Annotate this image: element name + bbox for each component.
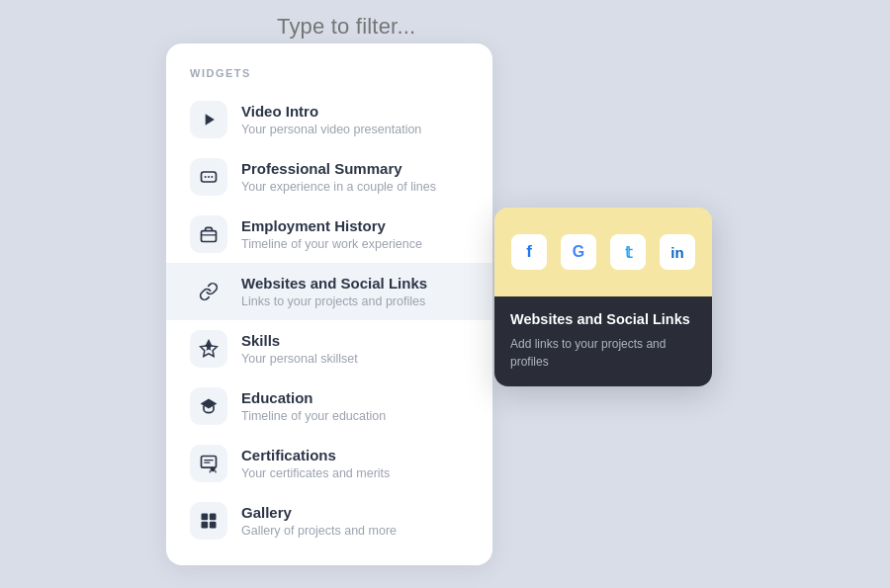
svg-rect-13 (202, 514, 209, 521)
widget-item-websites-social[interactable]: Websites and Social Links Links to your … (166, 263, 492, 320)
svg-point-2 (205, 176, 207, 178)
svg-rect-14 (210, 514, 217, 521)
widget-icon-gallery (190, 502, 227, 540)
svg-point-12 (211, 466, 216, 471)
widget-item-certifications[interactable]: Certifications Your certificates and mer… (166, 435, 492, 492)
widget-title-video-intro: Video Intro (241, 102, 421, 122)
svg-point-4 (211, 176, 213, 178)
filter-input[interactable] (277, 14, 613, 40)
widget-title-employment-history: Employment History (241, 216, 422, 236)
widgets-label: WIDGETS (166, 67, 492, 91)
svg-marker-8 (205, 341, 213, 351)
svg-point-3 (208, 176, 210, 178)
widget-desc-certifications: Your certificates and merits (241, 465, 390, 481)
widget-desc-education: Timeline of your education (241, 408, 386, 424)
svg-rect-15 (202, 522, 209, 529)
widget-desc-websites-social: Links to your projects and profiles (241, 294, 427, 309)
widget-title-professional-summary: Professional Summary (241, 159, 436, 179)
tooltip-desc: Add links to your projects and profiles (510, 335, 696, 371)
widget-title-certifications: Certifications (241, 446, 390, 465)
linkedin-icon: in (660, 234, 695, 270)
svg-marker-0 (206, 114, 215, 126)
widget-title-websites-social: Websites and Social Links (241, 274, 427, 294)
widget-desc-professional-summary: Your experience in a couple of lines (241, 179, 436, 195)
widget-icon-skills (190, 330, 227, 368)
widget-item-education[interactable]: Education Timeline of your education (166, 378, 492, 435)
tooltip-popup: f G 𝕥 in Websites and Social Links Add l… (494, 208, 712, 386)
tooltip-preview: f G 𝕥 in (494, 208, 712, 296)
tooltip-info: Websites and Social Links Add links to y… (494, 296, 712, 386)
widget-icon-websites-social (190, 273, 227, 310)
widget-icon-employment-history (190, 215, 227, 253)
widget-item-video-intro[interactable]: Video Intro Your personal video presenta… (166, 91, 492, 148)
widget-item-skills[interactable]: Skills Your personal skillset (166, 320, 492, 378)
svg-rect-16 (210, 522, 217, 529)
widget-icon-education (190, 387, 227, 425)
widget-desc-skills: Your personal skillset (241, 351, 358, 367)
google-icon: G (561, 234, 596, 270)
widget-icon-professional-summary (190, 158, 227, 196)
widget-item-employment-history[interactable]: Employment History Timeline of your work… (166, 206, 492, 263)
widget-icon-video-intro (190, 101, 227, 138)
widget-title-education: Education (241, 388, 386, 408)
widget-desc-video-intro: Your personal video presentation (241, 122, 421, 137)
tooltip-title: Websites and Social Links (510, 310, 696, 329)
svg-rect-9 (202, 457, 217, 468)
widgets-panel: WIDGETS Video Intro Your personal video … (166, 43, 492, 565)
facebook-icon: f (511, 234, 547, 270)
svg-rect-5 (202, 231, 217, 242)
filter-input-wrapper (277, 0, 613, 40)
widget-title-skills: Skills (241, 331, 358, 351)
widget-item-professional-summary[interactable]: Professional Summary Your experience in … (166, 148, 492, 206)
widget-title-gallery: Gallery (241, 503, 397, 523)
widget-desc-employment-history: Timeline of your work experience (241, 236, 422, 252)
widget-icon-certifications (190, 445, 227, 482)
widget-item-gallery[interactable]: Gallery Gallery of projects and more (166, 492, 492, 549)
widget-desc-gallery: Gallery of projects and more (241, 523, 397, 539)
twitter-icon: 𝕥 (610, 234, 646, 270)
